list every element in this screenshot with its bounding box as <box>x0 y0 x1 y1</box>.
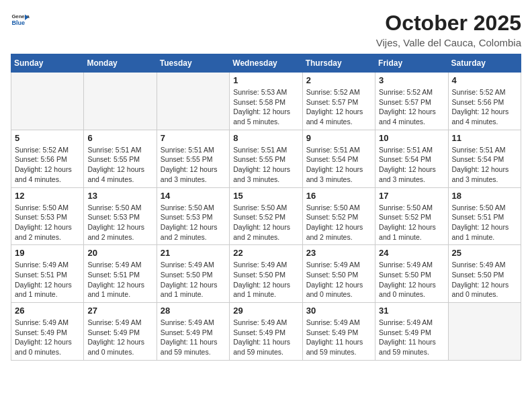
day-info: Sunrise: 5:49 AM Sunset: 5:51 PM Dayligh… <box>87 260 152 300</box>
day-number: 23 <box>306 248 371 258</box>
day-number: 3 <box>379 75 444 85</box>
calendar-cell: 13Sunrise: 5:50 AM Sunset: 5:53 PM Dayli… <box>84 187 157 245</box>
day-number: 27 <box>87 306 152 316</box>
day-number: 4 <box>452 75 517 85</box>
day-info: Sunrise: 5:50 AM Sunset: 5:53 PM Dayligh… <box>15 203 80 242</box>
day-info: Sunrise: 5:49 AM Sunset: 5:51 PM Dayligh… <box>15 260 80 300</box>
day-number: 24 <box>379 248 444 258</box>
logo-icon: General Blue <box>11 11 30 30</box>
weekday-header-wednesday: Wednesday <box>230 54 302 73</box>
calendar-cell: 22Sunrise: 5:49 AM Sunset: 5:50 PM Dayli… <box>230 245 302 303</box>
day-info: Sunrise: 5:53 AM Sunset: 5:58 PM Dayligh… <box>233 87 298 127</box>
day-info: Sunrise: 5:49 AM Sunset: 5:49 PM Dayligh… <box>161 318 226 357</box>
calendar-cell: 6Sunrise: 5:51 AM Sunset: 5:55 PM Daylig… <box>84 130 157 187</box>
day-info: Sunrise: 5:49 AM Sunset: 5:50 PM Dayligh… <box>233 260 298 300</box>
month-title: October 2025 <box>376 11 521 36</box>
day-number: 26 <box>15 306 80 316</box>
calendar-cell: 17Sunrise: 5:50 AM Sunset: 5:52 PM Dayli… <box>375 187 448 245</box>
weekday-header-sunday: Sunday <box>11 54 84 73</box>
calendar-cell: 18Sunrise: 5:50 AM Sunset: 5:51 PM Dayli… <box>448 187 521 245</box>
svg-text:Blue: Blue <box>11 19 25 26</box>
weekday-header-monday: Monday <box>84 54 157 73</box>
weekday-header-tuesday: Tuesday <box>157 54 229 73</box>
calendar-cell: 3Sunrise: 5:52 AM Sunset: 5:57 PM Daylig… <box>375 73 448 130</box>
calendar-cell: 16Sunrise: 5:50 AM Sunset: 5:52 PM Dayli… <box>302 187 375 245</box>
calendar-week-5: 26Sunrise: 5:49 AM Sunset: 5:49 PM Dayli… <box>11 303 521 361</box>
calendar-cell <box>448 303 521 361</box>
weekday-header-row: SundayMondayTuesdayWednesdayThursdayFrid… <box>11 54 521 73</box>
day-info: Sunrise: 5:50 AM Sunset: 5:51 PM Dayligh… <box>452 203 517 242</box>
day-number: 5 <box>15 133 80 143</box>
day-info: Sunrise: 5:50 AM Sunset: 5:52 PM Dayligh… <box>233 203 298 242</box>
day-info: Sunrise: 5:52 AM Sunset: 5:56 PM Dayligh… <box>452 87 517 127</box>
day-info: Sunrise: 5:49 AM Sunset: 5:50 PM Dayligh… <box>379 260 444 300</box>
day-info: Sunrise: 5:50 AM Sunset: 5:53 PM Dayligh… <box>161 203 226 242</box>
day-number: 30 <box>306 306 371 316</box>
day-number: 11 <box>452 133 517 143</box>
calendar-week-2: 5Sunrise: 5:52 AM Sunset: 5:56 PM Daylig… <box>11 130 521 187</box>
calendar-cell: 24Sunrise: 5:49 AM Sunset: 5:50 PM Dayli… <box>375 245 448 303</box>
day-number: 19 <box>15 248 80 258</box>
day-info: Sunrise: 5:51 AM Sunset: 5:54 PM Dayligh… <box>379 145 444 185</box>
calendar-cell: 31Sunrise: 5:49 AM Sunset: 5:49 PM Dayli… <box>375 303 448 361</box>
day-number: 1 <box>233 75 298 85</box>
day-info: Sunrise: 5:50 AM Sunset: 5:53 PM Dayligh… <box>87 203 152 242</box>
day-number: 17 <box>379 191 444 201</box>
day-info: Sunrise: 5:52 AM Sunset: 5:57 PM Dayligh… <box>306 87 371 127</box>
day-number: 7 <box>161 133 226 143</box>
day-number: 13 <box>87 191 152 201</box>
day-number: 25 <box>452 248 517 258</box>
calendar-cell: 23Sunrise: 5:49 AM Sunset: 5:50 PM Dayli… <box>302 245 375 303</box>
calendar-cell: 2Sunrise: 5:52 AM Sunset: 5:57 PM Daylig… <box>302 73 375 130</box>
day-info: Sunrise: 5:52 AM Sunset: 5:57 PM Dayligh… <box>379 87 444 127</box>
weekday-header-saturday: Saturday <box>448 54 521 73</box>
calendar-cell <box>84 73 157 130</box>
day-number: 8 <box>233 133 298 143</box>
calendar-cell: 27Sunrise: 5:49 AM Sunset: 5:49 PM Dayli… <box>84 303 157 361</box>
calendar-cell: 30Sunrise: 5:49 AM Sunset: 5:49 PM Dayli… <box>302 303 375 361</box>
day-info: Sunrise: 5:49 AM Sunset: 5:49 PM Dayligh… <box>306 318 371 357</box>
weekday-header-thursday: Thursday <box>302 54 375 73</box>
calendar-cell: 26Sunrise: 5:49 AM Sunset: 5:49 PM Dayli… <box>11 303 84 361</box>
calendar-cell: 5Sunrise: 5:52 AM Sunset: 5:56 PM Daylig… <box>11 130 84 187</box>
calendar-cell: 9Sunrise: 5:51 AM Sunset: 5:54 PM Daylig… <box>302 130 375 187</box>
day-number: 29 <box>233 306 298 316</box>
logo: General Blue <box>11 11 30 30</box>
day-info: Sunrise: 5:51 AM Sunset: 5:55 PM Dayligh… <box>233 145 298 185</box>
day-info: Sunrise: 5:51 AM Sunset: 5:55 PM Dayligh… <box>161 145 226 185</box>
day-info: Sunrise: 5:49 AM Sunset: 5:49 PM Dayligh… <box>87 318 152 357</box>
calendar-week-1: 1Sunrise: 5:53 AM Sunset: 5:58 PM Daylig… <box>11 73 521 130</box>
day-number: 6 <box>87 133 152 143</box>
calendar-cell: 11Sunrise: 5:51 AM Sunset: 5:54 PM Dayli… <box>448 130 521 187</box>
calendar-cell: 14Sunrise: 5:50 AM Sunset: 5:53 PM Dayli… <box>157 187 229 245</box>
calendar-cell: 25Sunrise: 5:49 AM Sunset: 5:50 PM Dayli… <box>448 245 521 303</box>
location: Vijes, Valle del Cauca, Colombia <box>376 37 521 48</box>
calendar-cell: 4Sunrise: 5:52 AM Sunset: 5:56 PM Daylig… <box>448 73 521 130</box>
day-number: 9 <box>306 133 371 143</box>
calendar-cell <box>157 73 229 130</box>
calendar-table: SundayMondayTuesdayWednesdayThursdayFrid… <box>11 54 521 361</box>
day-info: Sunrise: 5:49 AM Sunset: 5:49 PM Dayligh… <box>379 318 444 357</box>
day-number: 2 <box>306 75 371 85</box>
day-number: 15 <box>233 191 298 201</box>
day-info: Sunrise: 5:49 AM Sunset: 5:49 PM Dayligh… <box>15 318 80 357</box>
calendar-cell <box>11 73 84 130</box>
title-block: October 2025 Vijes, Valle del Cauca, Col… <box>376 11 521 48</box>
day-number: 22 <box>233 248 298 258</box>
calendar-cell: 28Sunrise: 5:49 AM Sunset: 5:49 PM Dayli… <box>157 303 229 361</box>
day-info: Sunrise: 5:49 AM Sunset: 5:50 PM Dayligh… <box>452 260 517 300</box>
day-info: Sunrise: 5:51 AM Sunset: 5:54 PM Dayligh… <box>452 145 517 185</box>
calendar-cell: 10Sunrise: 5:51 AM Sunset: 5:54 PM Dayli… <box>375 130 448 187</box>
day-info: Sunrise: 5:49 AM Sunset: 5:49 PM Dayligh… <box>233 318 298 357</box>
weekday-header-friday: Friday <box>375 54 448 73</box>
page-header: General Blue October 2025 Vijes, Valle d… <box>11 11 521 48</box>
calendar-cell: 29Sunrise: 5:49 AM Sunset: 5:49 PM Dayli… <box>230 303 302 361</box>
day-info: Sunrise: 5:49 AM Sunset: 5:50 PM Dayligh… <box>306 260 371 300</box>
day-info: Sunrise: 5:50 AM Sunset: 5:52 PM Dayligh… <box>306 203 371 242</box>
day-info: Sunrise: 5:49 AM Sunset: 5:50 PM Dayligh… <box>161 260 226 300</box>
day-info: Sunrise: 5:51 AM Sunset: 5:54 PM Dayligh… <box>306 145 371 185</box>
day-number: 28 <box>161 306 226 316</box>
calendar-week-4: 19Sunrise: 5:49 AM Sunset: 5:51 PM Dayli… <box>11 245 521 303</box>
day-number: 14 <box>161 191 226 201</box>
calendar-cell: 8Sunrise: 5:51 AM Sunset: 5:55 PM Daylig… <box>230 130 302 187</box>
